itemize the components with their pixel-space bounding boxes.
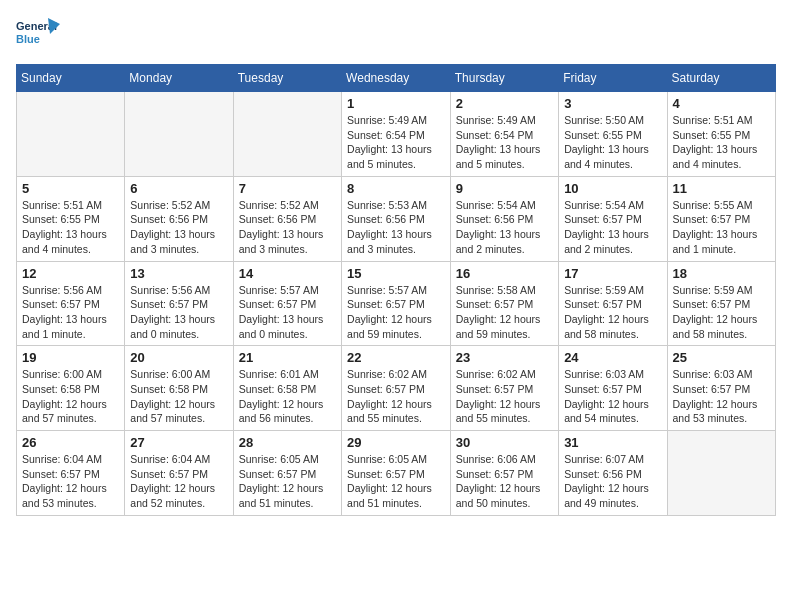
calendar-cell: 6Sunrise: 5:52 AMSunset: 6:56 PMDaylight… [125, 176, 233, 261]
day-number: 17 [564, 266, 661, 281]
day-number: 23 [456, 350, 553, 365]
day-number: 15 [347, 266, 445, 281]
day-number: 13 [130, 266, 227, 281]
day-number: 1 [347, 96, 445, 111]
calendar-cell: 23Sunrise: 6:02 AMSunset: 6:57 PMDayligh… [450, 346, 558, 431]
day-info: Sunrise: 5:57 AMSunset: 6:57 PMDaylight:… [347, 283, 445, 342]
day-number: 8 [347, 181, 445, 196]
day-info: Sunrise: 5:49 AMSunset: 6:54 PMDaylight:… [456, 113, 553, 172]
day-info: Sunrise: 5:54 AMSunset: 6:57 PMDaylight:… [564, 198, 661, 257]
logo: General Blue [16, 16, 60, 54]
day-number: 5 [22, 181, 119, 196]
calendar-cell: 25Sunrise: 6:03 AMSunset: 6:57 PMDayligh… [667, 346, 776, 431]
logo-svg: General Blue [16, 16, 60, 54]
page-header: General Blue [16, 16, 776, 54]
day-info: Sunrise: 6:07 AMSunset: 6:56 PMDaylight:… [564, 452, 661, 511]
weekday-header-tuesday: Tuesday [233, 65, 341, 92]
day-info: Sunrise: 6:04 AMSunset: 6:57 PMDaylight:… [22, 452, 119, 511]
day-number: 22 [347, 350, 445, 365]
calendar-cell: 8Sunrise: 5:53 AMSunset: 6:56 PMDaylight… [342, 176, 451, 261]
calendar-cell: 11Sunrise: 5:55 AMSunset: 6:57 PMDayligh… [667, 176, 776, 261]
day-number: 14 [239, 266, 336, 281]
day-info: Sunrise: 5:56 AMSunset: 6:57 PMDaylight:… [22, 283, 119, 342]
weekday-header-row: SundayMondayTuesdayWednesdayThursdayFrid… [17, 65, 776, 92]
day-number: 9 [456, 181, 553, 196]
calendar-cell: 7Sunrise: 5:52 AMSunset: 6:56 PMDaylight… [233, 176, 341, 261]
calendar-cell: 9Sunrise: 5:54 AMSunset: 6:56 PMDaylight… [450, 176, 558, 261]
calendar-cell: 17Sunrise: 5:59 AMSunset: 6:57 PMDayligh… [559, 261, 667, 346]
day-info: Sunrise: 5:52 AMSunset: 6:56 PMDaylight:… [130, 198, 227, 257]
calendar-cell: 20Sunrise: 6:00 AMSunset: 6:58 PMDayligh… [125, 346, 233, 431]
day-number: 3 [564, 96, 661, 111]
week-row-4: 19Sunrise: 6:00 AMSunset: 6:58 PMDayligh… [17, 346, 776, 431]
calendar-cell [17, 92, 125, 177]
calendar-cell: 2Sunrise: 5:49 AMSunset: 6:54 PMDaylight… [450, 92, 558, 177]
calendar-cell: 21Sunrise: 6:01 AMSunset: 6:58 PMDayligh… [233, 346, 341, 431]
calendar-cell: 24Sunrise: 6:03 AMSunset: 6:57 PMDayligh… [559, 346, 667, 431]
calendar-cell: 29Sunrise: 6:05 AMSunset: 6:57 PMDayligh… [342, 431, 451, 516]
day-info: Sunrise: 5:49 AMSunset: 6:54 PMDaylight:… [347, 113, 445, 172]
calendar-cell [125, 92, 233, 177]
day-number: 11 [673, 181, 771, 196]
calendar-cell: 22Sunrise: 6:02 AMSunset: 6:57 PMDayligh… [342, 346, 451, 431]
weekday-header-sunday: Sunday [17, 65, 125, 92]
calendar-cell: 4Sunrise: 5:51 AMSunset: 6:55 PMDaylight… [667, 92, 776, 177]
day-info: Sunrise: 6:02 AMSunset: 6:57 PMDaylight:… [456, 367, 553, 426]
day-number: 24 [564, 350, 661, 365]
day-info: Sunrise: 5:51 AMSunset: 6:55 PMDaylight:… [673, 113, 771, 172]
day-info: Sunrise: 6:00 AMSunset: 6:58 PMDaylight:… [130, 367, 227, 426]
day-number: 20 [130, 350, 227, 365]
calendar-cell: 19Sunrise: 6:00 AMSunset: 6:58 PMDayligh… [17, 346, 125, 431]
weekday-header-monday: Monday [125, 65, 233, 92]
day-number: 28 [239, 435, 336, 450]
weekday-header-saturday: Saturday [667, 65, 776, 92]
day-number: 30 [456, 435, 553, 450]
calendar-cell: 30Sunrise: 6:06 AMSunset: 6:57 PMDayligh… [450, 431, 558, 516]
day-number: 26 [22, 435, 119, 450]
day-info: Sunrise: 5:59 AMSunset: 6:57 PMDaylight:… [564, 283, 661, 342]
day-number: 16 [456, 266, 553, 281]
week-row-3: 12Sunrise: 5:56 AMSunset: 6:57 PMDayligh… [17, 261, 776, 346]
calendar-cell: 31Sunrise: 6:07 AMSunset: 6:56 PMDayligh… [559, 431, 667, 516]
calendar-cell: 18Sunrise: 5:59 AMSunset: 6:57 PMDayligh… [667, 261, 776, 346]
day-number: 21 [239, 350, 336, 365]
day-number: 29 [347, 435, 445, 450]
day-info: Sunrise: 6:02 AMSunset: 6:57 PMDaylight:… [347, 367, 445, 426]
calendar-cell: 5Sunrise: 5:51 AMSunset: 6:55 PMDaylight… [17, 176, 125, 261]
day-info: Sunrise: 6:04 AMSunset: 6:57 PMDaylight:… [130, 452, 227, 511]
day-info: Sunrise: 5:55 AMSunset: 6:57 PMDaylight:… [673, 198, 771, 257]
day-info: Sunrise: 5:59 AMSunset: 6:57 PMDaylight:… [673, 283, 771, 342]
day-info: Sunrise: 5:56 AMSunset: 6:57 PMDaylight:… [130, 283, 227, 342]
day-info: Sunrise: 5:53 AMSunset: 6:56 PMDaylight:… [347, 198, 445, 257]
day-number: 10 [564, 181, 661, 196]
calendar-cell: 27Sunrise: 6:04 AMSunset: 6:57 PMDayligh… [125, 431, 233, 516]
day-number: 6 [130, 181, 227, 196]
calendar-cell: 12Sunrise: 5:56 AMSunset: 6:57 PMDayligh… [17, 261, 125, 346]
day-info: Sunrise: 5:51 AMSunset: 6:55 PMDaylight:… [22, 198, 119, 257]
day-number: 4 [673, 96, 771, 111]
day-info: Sunrise: 5:57 AMSunset: 6:57 PMDaylight:… [239, 283, 336, 342]
day-number: 31 [564, 435, 661, 450]
day-number: 7 [239, 181, 336, 196]
day-info: Sunrise: 6:00 AMSunset: 6:58 PMDaylight:… [22, 367, 119, 426]
day-info: Sunrise: 6:05 AMSunset: 6:57 PMDaylight:… [347, 452, 445, 511]
calendar-cell: 16Sunrise: 5:58 AMSunset: 6:57 PMDayligh… [450, 261, 558, 346]
calendar-cell: 14Sunrise: 5:57 AMSunset: 6:57 PMDayligh… [233, 261, 341, 346]
day-info: Sunrise: 6:03 AMSunset: 6:57 PMDaylight:… [673, 367, 771, 426]
calendar-cell: 26Sunrise: 6:04 AMSunset: 6:57 PMDayligh… [17, 431, 125, 516]
week-row-5: 26Sunrise: 6:04 AMSunset: 6:57 PMDayligh… [17, 431, 776, 516]
day-number: 2 [456, 96, 553, 111]
day-info: Sunrise: 5:58 AMSunset: 6:57 PMDaylight:… [456, 283, 553, 342]
week-row-1: 1Sunrise: 5:49 AMSunset: 6:54 PMDaylight… [17, 92, 776, 177]
day-number: 19 [22, 350, 119, 365]
calendar-cell: 1Sunrise: 5:49 AMSunset: 6:54 PMDaylight… [342, 92, 451, 177]
day-number: 18 [673, 266, 771, 281]
day-info: Sunrise: 6:05 AMSunset: 6:57 PMDaylight:… [239, 452, 336, 511]
calendar-cell [667, 431, 776, 516]
day-info: Sunrise: 5:54 AMSunset: 6:56 PMDaylight:… [456, 198, 553, 257]
day-info: Sunrise: 5:52 AMSunset: 6:56 PMDaylight:… [239, 198, 336, 257]
calendar-cell: 13Sunrise: 5:56 AMSunset: 6:57 PMDayligh… [125, 261, 233, 346]
day-info: Sunrise: 6:06 AMSunset: 6:57 PMDaylight:… [456, 452, 553, 511]
weekday-header-wednesday: Wednesday [342, 65, 451, 92]
calendar-cell: 28Sunrise: 6:05 AMSunset: 6:57 PMDayligh… [233, 431, 341, 516]
